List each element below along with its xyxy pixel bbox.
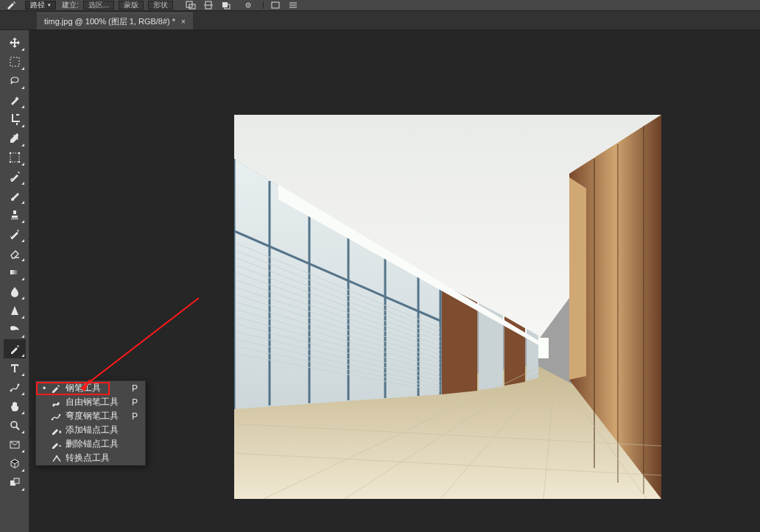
pathop-icon[interactable] [183,1,198,10]
flyout-item-delanchor[interactable]: 删除锚点工具 [36,437,145,451]
hand-tool[interactable] [4,397,26,416]
eyedropper-tool[interactable] [4,129,26,148]
eraser-tool[interactable] [4,244,26,263]
pen-icon [49,383,63,394]
flyout-shortcut: P [127,411,138,422]
svg-point-22 [11,422,17,428]
svg-point-74 [56,455,57,456]
flyout-label: 弯度钢笔工具 [66,410,123,422]
image-canvas [234,115,661,499]
svg-point-18 [10,179,13,181]
svg-rect-32 [643,126,644,494]
svg-point-21 [17,384,19,386]
make-label: 建立: [62,0,79,10]
mask-button[interactable]: 蒙版 [119,1,144,10]
check-icon: • [41,383,48,394]
toolbox [0,30,29,532]
svg-line-23 [16,427,19,430]
stamp-tool[interactable] [4,205,26,224]
flyout-label: 添加锚点工具 [66,424,123,436]
magic-tool[interactable] [4,91,26,110]
svg-point-15 [18,152,20,155]
flyout-label: 删除锚点工具 [66,438,123,450]
history-tool[interactable] [4,224,26,244]
gradient-tool[interactable] [4,263,26,282]
curve-icon [49,411,63,422]
tab-title: timg.jpg @ 100% (图层 1, RGB/8#) * [44,16,175,27]
svg-rect-24 [10,441,19,448]
flyout-label: 转换点工具 [66,452,123,464]
3d-tool[interactable] [4,454,26,473]
pen-tool[interactable] [4,339,26,358]
flyout-item-pen[interactable]: •钢笔工具P [36,381,145,395]
svg-rect-30 [594,159,595,468]
dodge-tool[interactable] [4,320,26,339]
tab-bar: timg.jpg @ 100% (图层 1, RGB/8#) * × [0,11,760,30]
delanchor-icon [49,439,63,450]
frame-tool[interactable] [4,148,26,167]
marquee-tool[interactable] [4,52,26,71]
grid-icon[interactable] [286,1,300,10]
svg-point-72 [52,418,54,420]
path-label: 路径 [30,0,45,10]
svg-rect-13 [10,153,19,162]
arrange-icon[interactable] [219,1,233,10]
svg-rect-63 [538,338,549,358]
zoom-tool[interactable] [4,416,26,435]
lasso-tool[interactable] [4,71,26,91]
path-tool[interactable] [4,377,26,397]
pen-tool-flyout: •钢笔工具P自由钢笔工具P弯度钢笔工具P添加锚点工具删除锚点工具转换点工具 [35,380,146,466]
flyout-item-addanchor[interactable]: 添加锚点工具 [36,423,145,437]
addanchor-icon [49,425,63,436]
path-mode-dropdown[interactable]: 路径 ▾ [25,1,56,10]
document-image [234,115,661,499]
type-tool[interactable] [4,358,26,377]
svg-point-17 [18,161,20,163]
svg-rect-25 [10,480,15,486]
svg-point-20 [10,390,12,392]
svg-rect-19 [10,270,19,274]
flyout-shortcut: P [127,397,138,408]
document-tab[interactable]: timg.jpg @ 100% (图层 1, RGB/8#) * × [37,13,193,29]
svg-rect-31 [617,144,619,483]
shape-button[interactable]: 形状 [148,1,173,10]
flyout-item-convert[interactable]: 转换点工具 [36,451,145,465]
flyout-item-curve[interactable]: 弯度钢笔工具P [36,409,145,423]
svg-rect-26 [14,478,19,483]
options-bar: 路径 ▾ 建立: 选区... 蒙版 形状 [0,0,760,11]
sharpen-tool[interactable] [4,301,26,320]
pen-tool-icon [6,1,21,10]
svg-point-14 [9,152,11,155]
svg-point-16 [9,161,11,163]
gear-icon[interactable] [241,1,256,10]
crop-tool[interactable] [4,110,26,129]
tab-close-icon[interactable]: × [181,18,186,26]
rubber-icon[interactable] [268,1,283,10]
flyout-shortcut: P [127,383,138,394]
align-icon[interactable] [201,1,216,10]
freeform-icon [49,397,63,408]
svg-point-73 [59,414,61,416]
swatch-tool[interactable] [4,473,26,492]
svg-marker-33 [569,177,586,380]
flyout-item-freeform[interactable]: 自由钢笔工具P [36,395,145,409]
blur-tool[interactable] [4,282,26,301]
brush-tool[interactable] [4,186,26,205]
mail-tool[interactable] [4,435,26,454]
svg-rect-8 [272,2,279,8]
convert-icon [49,453,63,464]
svg-point-7 [247,4,249,6]
svg-rect-12 [10,57,19,66]
flyout-label: 自由钢笔工具 [66,396,123,408]
flyout-label: 钢笔工具 [66,382,123,394]
select-button[interactable]: 选区... [83,1,114,10]
move-tool[interactable] [4,33,26,52]
heal-tool[interactable] [4,167,26,186]
